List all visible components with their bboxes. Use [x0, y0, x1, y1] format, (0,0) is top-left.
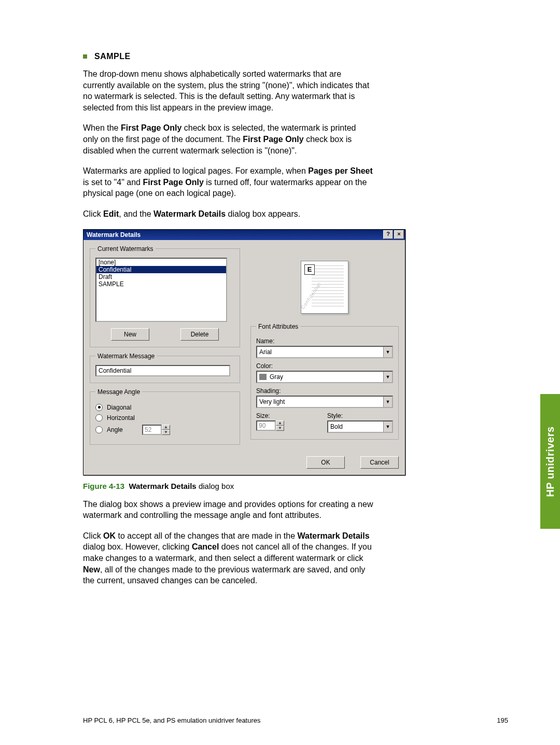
paragraph-logical-pages: Watermarks are applied to logical pages.…: [83, 165, 373, 199]
watermark-message-input[interactable]: Confidential: [95, 365, 230, 376]
font-color-dropdown[interactable]: Gray ▼: [256, 371, 393, 383]
list-item[interactable]: Draft: [96, 273, 226, 280]
sample-bullet: SAMPLE: [83, 52, 373, 61]
close-button[interactable]: ×: [394, 230, 404, 239]
dialog-title: Watermark Details: [87, 231, 382, 238]
paragraph-ok-cancel: Click OK to accept all of the changes th…: [83, 530, 373, 586]
font-style-label: Style:: [327, 412, 393, 419]
cancel-button[interactable]: Cancel: [360, 456, 399, 469]
angle-spinner[interactable]: 52 ▲▼: [142, 425, 170, 435]
paragraph-first-page-only: When the First Page Only check box is se…: [83, 122, 373, 156]
font-size-value[interactable]: 90: [256, 420, 276, 431]
paragraph-dialog-desc: The dialog box shows a preview image and…: [83, 499, 373, 521]
radio-diagonal[interactable]: [95, 404, 103, 411]
color-swatch-icon: [259, 374, 267, 380]
font-name-label: Name:: [256, 338, 393, 345]
watermark-preview: E Confidential: [301, 261, 348, 314]
figure-caption: Figure 4-13 Watermark Details dialog box: [83, 482, 373, 490]
watermarks-listbox[interactable]: [none] Confidential Draft SAMPLE: [95, 258, 227, 322]
ok-button[interactable]: OK: [306, 456, 345, 469]
radio-angle-label: Angle: [107, 426, 138, 433]
list-item[interactable]: SAMPLE: [96, 280, 226, 288]
paragraph-click-edit: Click Edit, and the Watermark Details di…: [83, 208, 373, 220]
list-item[interactable]: [none]: [96, 259, 226, 266]
radio-horizontal-label: Horizontal: [107, 414, 135, 421]
spinner-up-icon[interactable]: ▲: [162, 425, 170, 430]
message-angle-group: Message Angle Diagonal Horizontal Angle …: [90, 388, 240, 445]
section-tab: HP unidrivers: [540, 394, 560, 529]
watermark-details-dialog: Watermark Details ? × Current Watermarks…: [83, 229, 405, 475]
spinner-up-icon[interactable]: ▲: [276, 420, 284, 426]
radio-diagonal-label: Diagonal: [107, 404, 131, 411]
chevron-down-icon[interactable]: ▼: [383, 372, 392, 382]
current-watermarks-legend: Current Watermarks: [95, 245, 156, 252]
radio-horizontal[interactable]: [95, 414, 103, 421]
delete-button[interactable]: Delete: [180, 328, 219, 341]
preview-watermark-text: Confidential: [300, 282, 322, 310]
radio-angle[interactable]: [95, 426, 103, 433]
preview-page-icon: E: [304, 264, 315, 275]
list-item[interactable]: Confidential: [96, 266, 226, 273]
footer-left-text: HP PCL 6, HP PCL 5e, and PS emulation un…: [83, 716, 261, 724]
chevron-down-icon[interactable]: ▼: [383, 397, 392, 407]
watermark-message-legend: Watermark Message: [95, 353, 157, 360]
spinner-down-icon[interactable]: ▼: [276, 426, 284, 431]
page-footer: HP PCL 6, HP PCL 5e, and PS emulation un…: [83, 716, 508, 724]
font-size-spinner[interactable]: 90 ▲▼: [256, 420, 284, 431]
dialog-titlebar: Watermark Details ? ×: [83, 230, 405, 240]
chevron-down-icon[interactable]: ▼: [383, 421, 392, 432]
paragraph-intro: The drop-down menu shows alphabetically …: [83, 68, 373, 113]
chevron-down-icon[interactable]: ▼: [383, 347, 392, 357]
bullet-square-icon: [83, 54, 87, 59]
font-style-dropdown[interactable]: Bold ▼: [327, 420, 393, 433]
font-name-dropdown[interactable]: Arial ▼: [256, 346, 393, 358]
font-color-label: Color:: [256, 362, 393, 370]
figure-number: Figure 4-13: [83, 482, 124, 490]
help-button[interactable]: ?: [383, 230, 393, 239]
angle-value[interactable]: 52: [142, 425, 162, 435]
section-tab-label: HP unidrivers: [544, 426, 556, 497]
page-number: 195: [497, 716, 508, 724]
new-button[interactable]: New: [111, 328, 149, 341]
font-attributes-legend: Font Attributes: [256, 323, 300, 330]
current-watermarks-group: Current Watermarks [none] Confidential D…: [90, 245, 240, 347]
font-shading-dropdown[interactable]: Very light ▼: [256, 396, 393, 408]
font-size-label: Size:: [256, 412, 322, 419]
spinner-down-icon[interactable]: ▼: [162, 430, 170, 435]
font-attributes-group: Font Attributes Name: Arial ▼ Color: Gra…: [250, 323, 399, 440]
message-angle-legend: Message Angle: [95, 388, 142, 396]
watermark-message-group: Watermark Message Confidential: [90, 353, 240, 383]
sample-heading: SAMPLE: [94, 52, 131, 61]
font-shading-label: Shading:: [256, 387, 393, 395]
